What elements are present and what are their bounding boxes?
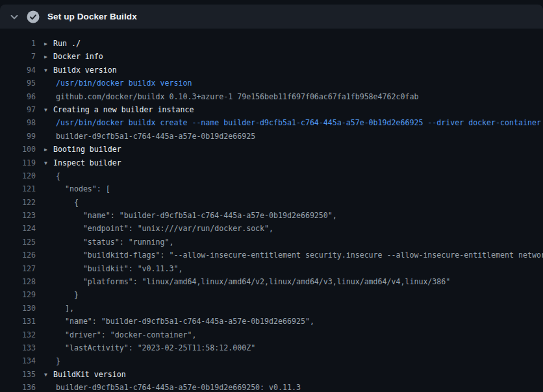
log-line: 128 "platforms": "linux/amd64,linux/amd6… — [0, 275, 543, 288]
log-line: 99builder-d9cfb5a1-c764-445a-a57e-0b19d2… — [0, 130, 543, 143]
log-line: 129 } — [0, 288, 543, 301]
log-line: 130 ], — [0, 302, 543, 315]
line-number[interactable]: 131 — [0, 315, 36, 328]
line-number[interactable]: 125 — [0, 236, 36, 249]
line-number[interactable]: 124 — [0, 222, 36, 235]
log-line: 119▼Inspect builder — [0, 156, 543, 169]
log-line: 1▶Run ./ — [0, 37, 543, 50]
log-line: 94▼Buildx version — [0, 64, 543, 77]
log-line: 120{ — [0, 169, 543, 182]
log-line: 95/usr/bin/docker buildx version — [0, 77, 543, 90]
line-number[interactable]: 96 — [0, 90, 36, 103]
line-number[interactable]: 97 — [0, 103, 36, 116]
log-group-header[interactable]: ▼Buildx version — [36, 64, 543, 77]
log-output-line: "endpoint": "unix:///var/run/docker.sock… — [36, 222, 543, 235]
log-output-line: "lastActivity": "2023-02-25T11:58:12.000… — [36, 341, 543, 354]
line-number[interactable]: 7 — [0, 50, 36, 63]
log-line: 133 "lastActivity": "2023-02-25T11:58:12… — [0, 341, 543, 354]
group-title: Inspect builder — [53, 158, 121, 167]
line-number[interactable]: 122 — [0, 196, 36, 209]
group-title: Buildx version — [53, 66, 117, 75]
log-output-line: } — [36, 288, 543, 301]
step-title: Set up Docker Buildx — [47, 12, 137, 21]
log-line: 97▼Creating a new builder instance — [0, 103, 543, 116]
log-line: 124 "endpoint": "unix:///var/run/docker.… — [0, 222, 543, 235]
log-output-line: { — [36, 169, 543, 182]
log-line: 134} — [0, 354, 543, 367]
log-group-header[interactable]: ▶Docker info — [36, 50, 543, 63]
step-header[interactable]: Set up Docker Buildx — [0, 5, 543, 29]
log-command-line: /usr/bin/docker buildx create --name bui… — [36, 116, 543, 129]
log-line: 135▼BuildKit version — [0, 368, 543, 381]
line-number[interactable]: 100 — [0, 143, 36, 156]
log-output-line: "status": "running", — [36, 236, 543, 249]
log-group-header[interactable]: ▼Inspect builder — [36, 156, 543, 169]
line-number[interactable]: 123 — [0, 209, 36, 222]
line-number[interactable]: 119 — [0, 156, 36, 169]
log-output-line: "name": "builder-d9cfb5a1-c764-445a-a57e… — [36, 315, 543, 328]
line-number[interactable]: 135 — [0, 368, 36, 381]
line-number[interactable]: 1 — [0, 37, 36, 50]
log-line: 136builder-d9cfb5a1-c764-445a-a57e-0b19d… — [0, 381, 543, 392]
check-circle-icon — [27, 10, 40, 23]
line-number[interactable]: 134 — [0, 354, 36, 367]
log-group-header[interactable]: ▼Creating a new builder instance — [36, 103, 543, 116]
log-group-header[interactable]: ▼BuildKit version — [36, 368, 543, 381]
triangle-expanded-icon: ▼ — [44, 157, 53, 169]
log-output-line: github.com/docker/buildx 0.10.3+azure-1 … — [36, 90, 543, 103]
log-group-header[interactable]: ▶Booting builder — [36, 143, 543, 156]
group-title: Run ./ — [53, 39, 81, 48]
group-title: Docker info — [53, 52, 103, 61]
triangle-expanded-icon: ▼ — [44, 369, 53, 381]
line-number[interactable]: 126 — [0, 249, 36, 262]
log-line: 132 "driver": "docker-container", — [0, 328, 543, 341]
line-number[interactable]: 132 — [0, 328, 36, 341]
log-output-line: "driver": "docker-container", — [36, 328, 543, 341]
log-line: 131 "name": "builder-d9cfb5a1-c764-445a-… — [0, 315, 543, 328]
line-number[interactable]: 120 — [0, 169, 36, 182]
line-number[interactable]: 129 — [0, 288, 36, 301]
log-line: 122 { — [0, 196, 543, 209]
log-group-header[interactable]: ▶Run ./ — [36, 37, 543, 50]
log-line: 96github.com/docker/buildx 0.10.3+azure-… — [0, 90, 543, 103]
log-output-line: "platforms": "linux/amd64,linux/amd64/v2… — [36, 275, 543, 288]
log-line: 126 "buildkitd-flags": "--allow-insecure… — [0, 249, 543, 262]
line-number[interactable]: 128 — [0, 275, 36, 288]
group-title: Creating a new builder instance — [53, 105, 194, 114]
triangle-collapsed-icon: ▶ — [44, 38, 53, 50]
log-output-line: "nodes": [ — [36, 182, 543, 195]
line-number[interactable]: 94 — [0, 64, 36, 77]
log-output-line: ], — [36, 302, 543, 315]
log-output-line: "buildkit": "v0.11.3", — [36, 262, 543, 275]
log-line: 98/usr/bin/docker buildx create --name b… — [0, 116, 543, 129]
group-title: Booting builder — [53, 145, 121, 154]
log-line: 127 "buildkit": "v0.11.3", — [0, 262, 543, 275]
log-output-line: { — [36, 196, 543, 209]
log-output-line: builder-d9cfb5a1-c764-445a-a57e-0b19d2e6… — [36, 130, 543, 143]
log-lines: 1▶Run ./7▶Docker info94▼Buildx version95… — [0, 29, 543, 392]
triangle-expanded-icon: ▼ — [44, 64, 53, 77]
line-number[interactable]: 95 — [0, 77, 36, 90]
group-title: BuildKit version — [53, 370, 126, 379]
line-number[interactable]: 121 — [0, 182, 36, 195]
log-command-line: /usr/bin/docker buildx version — [36, 77, 543, 90]
triangle-collapsed-icon: ▶ — [44, 51, 53, 63]
log-line: 123 "name": "builder-d9cfb5a1-c764-445a-… — [0, 209, 543, 222]
log-line: 125 "status": "running", — [0, 236, 543, 249]
log-line: 121 "nodes": [ — [0, 182, 543, 195]
line-number[interactable]: 98 — [0, 116, 36, 129]
line-number[interactable]: 133 — [0, 341, 36, 354]
log-output-line: builder-d9cfb5a1-c764-445a-a57e-0b19d2e6… — [36, 381, 543, 392]
line-number[interactable]: 99 — [0, 130, 36, 143]
log-output-line: "name": "builder-d9cfb5a1-c764-445a-a57e… — [36, 209, 543, 222]
triangle-collapsed-icon: ▶ — [44, 143, 53, 156]
log-line: 100▶Booting builder — [0, 143, 543, 156]
line-number[interactable]: 130 — [0, 302, 36, 315]
line-number[interactable]: 127 — [0, 262, 36, 275]
triangle-expanded-icon: ▼ — [44, 104, 53, 116]
line-number[interactable]: 136 — [0, 381, 36, 392]
log-line: 7▶Docker info — [0, 50, 543, 63]
chevron-down-icon[interactable] — [9, 12, 19, 22]
log-output-line: } — [36, 354, 543, 367]
log-output-line: "buildkitd-flags": "--allow-insecure-ent… — [36, 249, 543, 262]
